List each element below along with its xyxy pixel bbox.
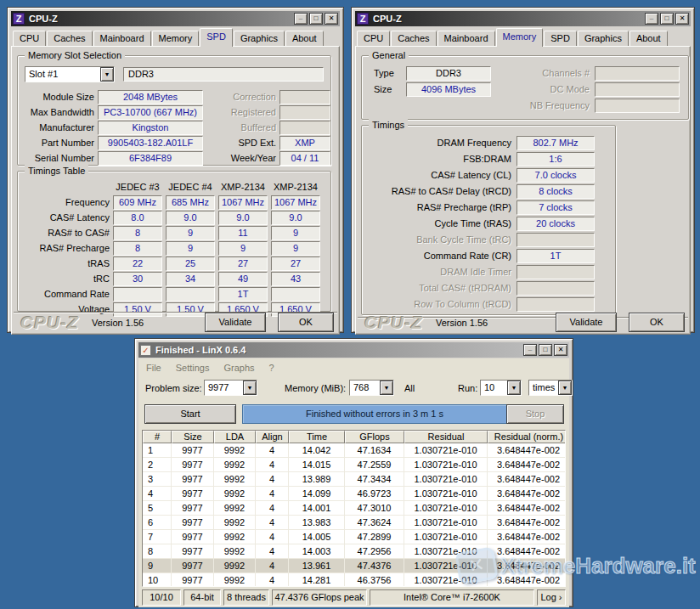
tab-memory[interactable]: Memory [496,28,544,47]
chevron-down-icon[interactable]: ▼ [243,381,257,395]
cpuz-app-icon: Z [357,13,369,25]
tab-caches[interactable]: Caches [391,31,436,46]
problem-size-select[interactable]: 9977 ▼ [204,380,257,396]
field-label: SPD Ext. [206,136,276,150]
validate-button[interactable]: Validate [205,313,266,332]
ok-button[interactable]: OK [629,313,685,332]
table-cell: 47.3010 [345,501,404,516]
menu-item-[interactable]: ? [269,363,274,373]
chevron-down-icon[interactable]: ▼ [507,381,521,395]
field-value: 04 / 11 [279,151,330,166]
menubar: FileSettingsGraphs? [138,359,569,375]
table-cell: 9977 [172,443,214,458]
cpuz-memory-titlebar[interactable]: Z CPU-Z _ □ ✕ [355,11,691,26]
menu-item-graphs[interactable]: Graphs [223,363,254,373]
column-header[interactable]: Residual [404,431,488,443]
timings-row-label: Command Rate [23,287,110,302]
close-button[interactable]: ✕ [554,344,567,356]
table-cell: 9977 [172,516,214,530]
run-unit-select[interactable]: times ▼ [528,380,573,396]
tab-about[interactable]: About [629,31,668,46]
stop-button[interactable]: Stop [506,404,564,424]
table-row[interactable]: 599779992414.00147.30101.030721e-0103.64… [143,501,565,516]
column-header[interactable]: # [143,431,172,443]
tab-mainboard[interactable]: Mainboard [438,31,495,46]
statusbar: 10/10 64-bit 8 threads 47.4376 GFlops pe… [142,589,566,606]
timings-cell: 9 [166,226,215,240]
table-cell: 1.030721e-010 [404,544,488,559]
table-row[interactable]: 899779992414.00347.29561.030721e-0103.64… [143,544,565,559]
group-title: Memory Slot Selection [25,49,125,61]
tab-spd[interactable]: SPD [544,31,577,46]
table-cell: 13.983 [289,516,345,530]
table-row[interactable]: 999779992413.96147.43761.030721e-0103.64… [143,559,565,573]
column-header[interactable]: LDA [214,431,256,443]
maximize-button[interactable]: □ [660,13,674,25]
cpuz-spd-titlebar[interactable]: Z CPU-Z _ □ ✕ [11,11,340,26]
chevron-down-icon[interactable]: ▼ [558,381,572,395]
linx-window: ✓ Finished - LinX 0.6.4 _ □ ✕ FileSettin… [134,338,573,607]
memory-select[interactable]: 768 ▼ [349,380,394,396]
table-row[interactable]: 199779992414.04247.16341.030721e-0103.64… [143,443,565,458]
minimize-button[interactable]: _ [645,13,658,25]
column-header[interactable]: Time [289,431,345,443]
tab-caches[interactable]: Caches [47,31,92,46]
nb-frequency-field [595,99,680,113]
table-row[interactable]: 299779992414.01547.25591.030721e-0103.64… [143,458,565,472]
table-row[interactable]: 699779992413.98347.36241.030721e-0103.64… [143,516,565,530]
table-cell: 9992 [214,458,256,472]
linx-titlebar[interactable]: ✓ Finished - LinX 0.6.4 _ □ ✕ [138,342,569,358]
timing-value [517,297,595,312]
tab-about[interactable]: About [285,31,324,46]
table-cell: 4 [143,487,172,501]
timings-column-header: JEDEC #4 [166,180,215,195]
field-value [279,105,330,120]
table-row[interactable]: 399779992413.98947.34341.030721e-0103.64… [143,472,565,487]
table-cell: 1.030721e-010 [404,487,488,501]
menu-item-file[interactable]: File [146,363,161,373]
table-cell: 14.015 [289,458,345,472]
slot-select-value: Slot #1 [25,67,100,82]
maximize-button[interactable]: □ [539,344,552,356]
column-header[interactable]: Size [172,431,214,443]
tab-mainboard[interactable]: Mainboard [93,31,151,46]
log-button[interactable]: Log › [537,589,566,606]
tab-graphics[interactable]: Graphics [578,31,629,46]
slot-select[interactable]: Slot #1 ▼ [25,66,115,82]
menu-item-settings[interactable]: Settings [176,363,210,373]
minimize-button[interactable]: _ [294,13,308,25]
tab-cpu[interactable]: CPU [13,31,46,46]
timings-cell: 9.0 [218,211,268,225]
tab-graphics[interactable]: Graphics [234,31,285,46]
table-cell: 47.4376 [345,559,404,573]
validate-button[interactable]: Validate [556,313,617,332]
size-field: 4096 MBytes [406,82,491,97]
type-label: Type [369,66,401,81]
ok-button[interactable]: OK [278,313,334,332]
minimize-button[interactable]: _ [523,344,537,356]
chevron-down-icon[interactable]: ▼ [380,381,393,395]
close-button[interactable]: ✕ [675,13,689,25]
tab-cpu[interactable]: CPU [357,31,390,46]
table-cell: 3.648447e-002 [488,501,566,516]
start-button[interactable]: Start [144,404,236,424]
run-count-select[interactable]: 10 ▼ [480,380,522,396]
tab-memory[interactable]: Memory [152,31,200,46]
column-header[interactable]: Align [256,431,289,443]
timings-row-label: tRC [23,272,110,286]
column-header[interactable]: Residual (norm.) [488,431,566,443]
timings-cell: 11 [218,226,268,240]
column-header[interactable]: GFlops [345,431,404,443]
table-row[interactable]: 499779992414.09946.97231.030721e-0103.64… [143,487,565,501]
chevron-down-icon[interactable]: ▼ [100,67,114,82]
close-button[interactable]: ✕ [325,13,338,25]
module-type-field: DDR3 [123,67,324,82]
tab-spd[interactable]: SPD [200,28,233,47]
timings-cell: 27 [271,257,320,271]
timing-value: 7 clocks [517,200,595,215]
linx-app-icon: ✓ [140,345,151,356]
table-row[interactable]: 1099779992414.28146.37561.030721e-0103.6… [143,573,565,587]
table-row[interactable]: 799779992414.00547.28991.030721e-0103.64… [143,530,565,544]
timings-cell: 9.0 [271,211,320,225]
maximize-button[interactable]: □ [309,13,323,25]
